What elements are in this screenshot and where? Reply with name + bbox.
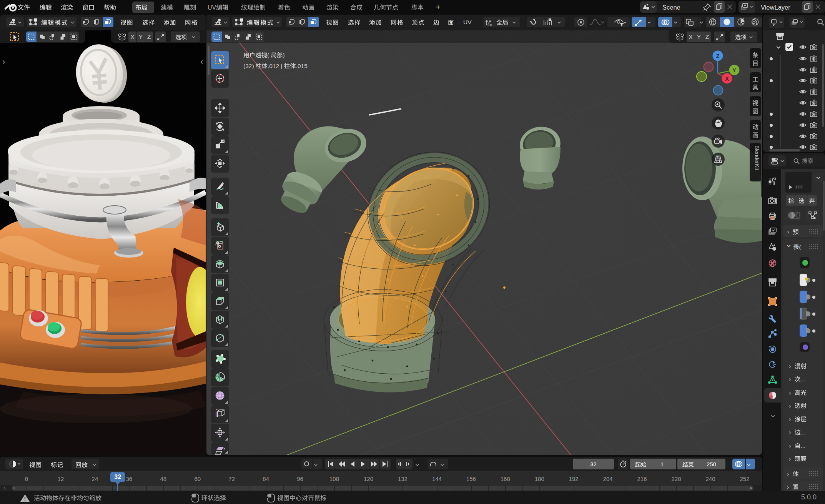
svg-text:Y: Y (732, 67, 736, 73)
svg-text:Z: Z (716, 53, 720, 59)
svg-text:X: X (725, 76, 729, 82)
